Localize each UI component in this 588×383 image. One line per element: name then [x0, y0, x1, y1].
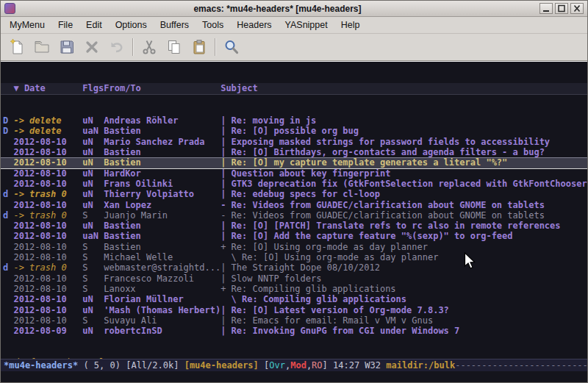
- flags-cell: S: [82, 210, 104, 221]
- header-row[interactable]: 2012-08-10SFrancesco Mazzoli| Slow NNTP …: [1, 273, 587, 284]
- from-cell: Juanjo Marin: [104, 210, 220, 221]
- copy-button[interactable]: [162, 36, 187, 59]
- subject-cell: - Re: Videos from GUADEC/clarification a…: [220, 200, 587, 210]
- paste-button[interactable]: [187, 36, 212, 59]
- modeline-segment: RO: [312, 360, 322, 371]
- date-cell: 2012-08-10: [13, 273, 82, 284]
- subject-cell: | Re: [O] Latest version of Org-mode 7.8…: [220, 305, 587, 315]
- paste-icon: [190, 38, 208, 56]
- date-cell: 2012-08-10: [13, 168, 82, 179]
- new-file-button[interactable]: [4, 36, 29, 59]
- menu-item-options[interactable]: Options: [109, 18, 154, 32]
- cut-button[interactable]: [137, 36, 162, 59]
- from-cell: Suvayu Ali: [104, 315, 220, 326]
- close-button[interactable]: [570, 3, 584, 14]
- column-date[interactable]: ▼ Date: [13, 83, 82, 94]
- header-row[interactable]: d-> trash 0uNThierry Volpiatto| Re: edeb…: [1, 189, 587, 199]
- header-row[interactable]: 2012-08-09uNrobertcInSD| Re: Invoking Gn…: [1, 326, 587, 336]
- header-row[interactable]: 2012-08-10SBastien+ Re: [O] Using org-mo…: [1, 242, 587, 252]
- header-row[interactable]: 2012-08-10uaNBastien| Re: [O] Add the ca…: [1, 231, 587, 241]
- modeline[interactable]: *mu4e-headers* ( 5, 0) [All/2.0k] [mu4e-…: [1, 359, 587, 371]
- date-cell: 2012-08-10: [13, 179, 82, 189]
- flags-cell: S: [82, 273, 104, 284]
- title-bar[interactable]: emacs: *mu4e-headers* [mu4e-headers]: [1, 1, 587, 17]
- flags-cell: S: [82, 284, 104, 294]
- tool-bar: [1, 34, 587, 61]
- from-cell: Bastien: [104, 126, 220, 136]
- search-icon: [223, 38, 240, 56]
- subject-cell: | Slow NNTP folders: [220, 273, 587, 284]
- flags-cell: uN: [82, 168, 104, 179]
- date-cell: -> delete: [13, 115, 82, 126]
- from-cell: Bastien: [104, 242, 220, 252]
- menu-item-tools[interactable]: Tools: [196, 18, 230, 32]
- from-cell: 'Mash (Thomas Herbert): [104, 305, 220, 315]
- header-row[interactable]: D-> deleteuNAndreas Röhler| Re: moving i…: [1, 115, 587, 126]
- search-button[interactable]: [219, 36, 244, 59]
- new-file-icon: [8, 38, 26, 56]
- header-row[interactable]: 2012-08-10SLanoxx+ Re: Compiling glib ap…: [1, 284, 587, 294]
- subject-cell: \ Re: [O] Using org-mode as day planner: [220, 252, 587, 262]
- header-row[interactable]: 2012-08-10uNFlorian Müllner \ Re: Compil…: [1, 294, 587, 304]
- header-row[interactable]: 2012-08-10uNBastien| Re: [O] Birthdays, …: [1, 147, 587, 157]
- toolbar-separator: [215, 38, 216, 56]
- header-row[interactable]: 2012-08-10uNBastien| Re: [O] [PATCH] Tra…: [1, 221, 587, 231]
- mark-cell: D: [3, 115, 13, 126]
- maximize-button[interactable]: [555, 3, 568, 14]
- mark-cell: [3, 242, 13, 252]
- menu-item-mymenu[interactable]: MyMenu: [3, 18, 51, 32]
- mark-cell: [3, 231, 13, 241]
- date-cell: -> trash 0: [13, 189, 82, 199]
- header-row[interactable]: 2012-08-10uNMario Sanchez Prada| Exposin…: [1, 137, 587, 147]
- modeline-segment: [: [259, 360, 269, 371]
- date-cell: -> trash 0: [13, 262, 82, 273]
- header-row[interactable]: d-> trash 0SJuanjo Marin- Re: Videos fro…: [1, 210, 587, 221]
- subject-cell: | Re: [O] my capture template generates …: [220, 157, 587, 168]
- from-cell: Frans Oilinki: [104, 179, 220, 189]
- menu-item-file[interactable]: File: [51, 18, 79, 32]
- header-row[interactable]: d-> trash 0Swebmaster@straightd...| The …: [1, 262, 587, 273]
- mark-cell: d: [3, 262, 13, 273]
- menu-item-help[interactable]: Help: [334, 18, 367, 32]
- flags-cell: uN: [82, 326, 104, 336]
- column-flags[interactable]: Flgs: [82, 83, 104, 94]
- minimize-button[interactable]: [539, 3, 553, 14]
- header-row[interactable]: 2012-08-10uNHardKor| Question about key …: [1, 168, 587, 179]
- mark-cell: [3, 147, 13, 157]
- from-cell: Bastien: [104, 221, 220, 231]
- window-title: emacs: *mu4e-headers* [mu4e-headers]: [15, 4, 539, 14]
- menu-item-buffers[interactable]: Buffers: [154, 18, 196, 32]
- header-row[interactable]: D-> deleteuaNBastien| Re: [O] possible o…: [1, 126, 587, 136]
- header-row[interactable]: 2012-08-10SSuvayu Ali| Re: Emacs for ema…: [1, 315, 587, 326]
- mark-cell: [3, 326, 13, 336]
- header-row[interactable]: 2012-08-10SMichael Welle \ Re: [O] Using…: [1, 252, 587, 262]
- column-from[interactable]: From/To: [104, 83, 220, 94]
- close-buffer-button[interactable]: [79, 36, 104, 59]
- header-row[interactable]: 2012-08-10uN'Mash (Thomas Herbert)| Re: …: [1, 305, 587, 315]
- column-subject[interactable]: Subject: [220, 83, 587, 94]
- open-file-button[interactable]: [29, 36, 54, 59]
- save-button[interactable]: [54, 36, 79, 59]
- menu-item-edit[interactable]: Edit: [79, 18, 109, 32]
- mu4e-headers-buffer: ▼ Date Flgs From/To Subject D-> deleteuN…: [1, 61, 587, 359]
- menu-item-yasnippet[interactable]: YASnippet: [279, 18, 334, 32]
- from-cell: Michael Welle: [104, 252, 220, 262]
- header-row[interactable]: 2012-08-10uNXan Lopez- Re: Videos from G…: [1, 200, 587, 210]
- subject-cell: | Re: edebug specs for cl-loop: [220, 189, 587, 199]
- emacs-window: emacs: *mu4e-headers* [mu4e-headers] MyM…: [0, 0, 588, 383]
- from-cell: Bastien: [104, 147, 220, 157]
- date-cell: 2012-08-10: [13, 294, 82, 304]
- flags-cell: uN: [82, 157, 104, 168]
- date-cell: 2012-08-10: [13, 305, 82, 315]
- header-row[interactable]: 2012-08-10uNFrans Oilinki| GTK3 deprecat…: [1, 179, 587, 189]
- headers-column-bar: ▼ Date Flgs From/To Subject: [1, 83, 587, 95]
- echo-area[interactable]: [1, 371, 587, 382]
- menu-item-headers[interactable]: Headers: [230, 18, 278, 32]
- flags-cell: uaN: [82, 126, 104, 136]
- date-cell: 2012-08-10: [13, 284, 82, 294]
- mark-cell: [3, 284, 13, 294]
- date-cell: 2012-08-10: [13, 137, 82, 147]
- date-cell: -> delete: [13, 126, 82, 136]
- header-row[interactable]: 2012-08-10uNBastien| Re: [O] my capture …: [1, 157, 587, 168]
- undo-button[interactable]: [104, 36, 129, 59]
